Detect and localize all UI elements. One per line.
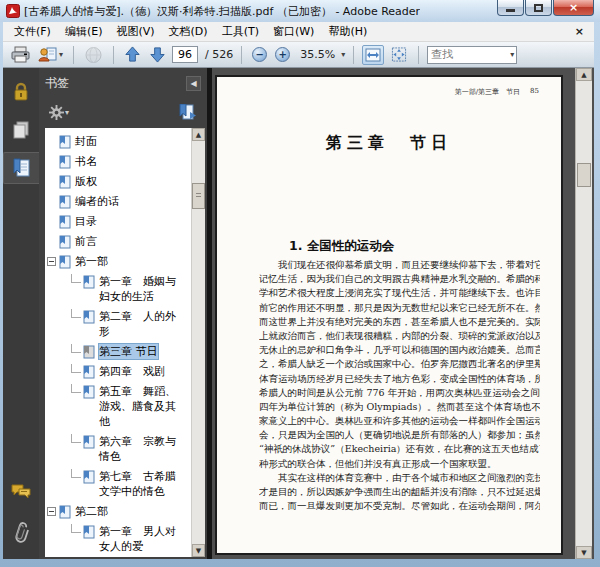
find-dropdown-icon[interactable]: ▾ — [510, 50, 514, 59]
document-scrollbar[interactable]: ▲ ▼ — [575, 68, 592, 559]
find-box: ▾ — [427, 46, 517, 64]
next-page-button[interactable] — [147, 44, 168, 66]
pages-tab[interactable] — [5, 114, 37, 146]
bookmark-label[interactable]: 书名 — [75, 154, 97, 169]
body-text-line: 上就政治而言，他们表现很糟糕，内部的分裂、琐碎的党派政治以及永 — [259, 329, 540, 343]
maximize-button[interactable] — [525, 0, 552, 16]
comments-icon — [11, 483, 31, 500]
collapse-expander-icon[interactable] — [47, 257, 56, 266]
minimize-button[interactable] — [497, 0, 524, 16]
close-icon: × — [569, 1, 578, 14]
bookmark-page-icon — [83, 365, 95, 379]
doc-scroll-up-button[interactable]: ▲ — [576, 68, 592, 81]
collaborate-button[interactable]: ▾ — [36, 44, 65, 66]
bookmark-item[interactable]: 前言 — [45, 234, 191, 249]
print-button[interactable] — [9, 44, 32, 66]
bookmarks-panel-title: 书签 — [45, 75, 186, 92]
bookmark-label[interactable]: 前言 — [75, 234, 97, 249]
attachments-tab[interactable] — [5, 517, 37, 549]
bookmark-label[interactable]: 目录 — [75, 214, 97, 229]
menu-item[interactable]: 文件(F) — [7, 22, 58, 41]
collapse-expander-icon[interactable] — [47, 507, 56, 516]
bookmark-item[interactable]: 第五章 舞蹈、游戏、膳食及其他 — [45, 384, 191, 429]
bookmark-label[interactable]: 第一章 婚姻与妇女的生活 — [99, 274, 181, 304]
fit-width-button[interactable] — [362, 45, 384, 65]
bookmark-label[interactable]: 第五章 舞蹈、游戏、膳食及其他 — [99, 384, 181, 429]
bookmark-item[interactable]: 目录 — [45, 214, 191, 229]
scroll-up-button[interactable]: ▲ — [192, 128, 205, 141]
bookmark-label[interactable]: 封面 — [75, 134, 97, 149]
collaborate-icon — [38, 46, 58, 63]
navigation-strip — [3, 68, 39, 559]
scroll-down-button[interactable]: ▼ — [192, 544, 205, 557]
pages-icon — [12, 120, 30, 140]
menu-item[interactable]: 视图(V) — [109, 22, 161, 41]
bookmark-item[interactable]: 封面 — [45, 134, 191, 149]
find-input[interactable] — [428, 48, 502, 61]
main-area: 书签 ◀ ▾ — [3, 68, 594, 559]
zoom-dropdown-icon[interactable]: ▾ — [341, 50, 345, 59]
tree-connector — [71, 469, 81, 478]
security-tab[interactable] — [5, 76, 37, 108]
zoom-level-label[interactable]: 35.5% — [300, 48, 335, 61]
menu-item[interactable]: 文档(D) — [162, 22, 215, 41]
document-scroll-thumb[interactable] — [577, 163, 591, 187]
bookmarks-options-button[interactable]: ▾ — [47, 101, 71, 123]
fit-width-icon — [365, 48, 381, 62]
bookmark-label[interactable]: 第七章 古希腊文学中的情色 — [99, 469, 181, 499]
fit-page-button[interactable] — [388, 45, 410, 65]
zoom-out-button[interactable]: − — [250, 44, 269, 66]
menubar-close-icon[interactable]: × — [569, 25, 590, 38]
bookmark-label[interactable]: 编者的话 — [75, 194, 119, 209]
panel-collapse-button[interactable]: ◀ — [186, 76, 201, 91]
tree-connector — [71, 384, 81, 393]
bookmark-label[interactable]: 第二部 — [75, 504, 108, 519]
bookmark-item[interactable]: 第一部 — [45, 254, 191, 269]
menu-item[interactable]: 窗口(W) — [266, 22, 321, 41]
menu-item[interactable]: 编辑(E) — [58, 22, 110, 41]
previous-page-button[interactable] — [122, 44, 143, 66]
menu-bar: 文件(F) 编辑(E) 视图(V) 文档(D) 工具(T) 窗口(W) 帮助(H… — [3, 22, 594, 42]
bookmark-label[interactable]: 版权 — [75, 174, 97, 189]
title-bar: [古希腊人的情与爱].（德）汉斯·利希特.扫描版.pdf （已加密） - Ado… — [0, 0, 600, 22]
bookmark-label[interactable]: 第三章 节日 — [99, 344, 158, 359]
bookmark-label[interactable]: 第一部 — [75, 254, 108, 269]
section-heading: 1. 全国性的运动会 — [289, 238, 394, 255]
bookmark-item[interactable]: 第二部 — [45, 504, 191, 519]
bookmark-item[interactable]: 版权 — [45, 174, 191, 189]
bookmark-label[interactable]: 第四章 戏剧 — [99, 364, 165, 379]
bookmark-page-icon — [83, 310, 95, 324]
collaborate-dropdown-icon[interactable]: ▾ — [59, 50, 63, 59]
bookmark-item[interactable]: 第二章 人的外形 — [45, 309, 191, 339]
bookmark-item[interactable]: 第七章 古希腊文学中的情色 — [45, 469, 191, 499]
body-text-line: 家意义上的中心。奥林匹亚和许多其他的运动会一样都叫作全国运动 — [259, 414, 540, 428]
bookmark-label[interactable]: 第一章 男人对女人的爱 — [99, 524, 181, 554]
doc-scroll-down-button[interactable]: ▼ — [576, 546, 592, 559]
bookmark-label[interactable]: 第六章 宗教与情色 — [99, 434, 181, 464]
close-button[interactable]: × — [553, 0, 594, 16]
bookmarks-options-row: ▾ — [39, 98, 207, 126]
expand-current-bookmark-button[interactable] — [177, 101, 199, 123]
bookmark-item[interactable]: 编者的话 — [45, 194, 191, 209]
menu-item[interactable]: 帮助(H) — [321, 22, 374, 41]
comments-tab[interactable] — [5, 475, 37, 507]
menu-item[interactable]: 工具(T) — [215, 22, 266, 41]
bookmark-scrollbar[interactable]: ▲ ▼ — [191, 128, 205, 557]
bookmark-page-icon — [59, 215, 71, 229]
bookmark-item[interactable]: 第四章 戏剧 — [45, 364, 191, 379]
zoom-in-button[interactable]: + — [273, 44, 292, 66]
online-services-button — [82, 44, 105, 66]
bookmark-page-icon — [59, 505, 71, 519]
body-text-line: 种形式的联合体，但他们并没有真正形成一个国家联盟。 — [259, 457, 540, 471]
bookmarks-tab[interactable] — [3, 152, 39, 184]
bookmark-item[interactable]: 第一章 男人对女人的爱 — [45, 524, 191, 554]
bookmark-page-icon — [83, 525, 95, 539]
scroll-up-icon: ▲ — [581, 71, 586, 79]
bookmark-scroll-thumb[interactable] — [192, 183, 205, 209]
bookmark-item[interactable]: 第三章 节日 — [45, 344, 191, 359]
bookmark-item[interactable]: 书名 — [45, 154, 191, 169]
bookmark-label[interactable]: 第二章 人的外形 — [99, 309, 181, 339]
bookmark-item[interactable]: 第六章 宗教与情色 — [45, 434, 191, 464]
bookmark-item[interactable]: 第一章 婚姻与妇女的生活 — [45, 274, 191, 304]
page-number-input[interactable] — [172, 46, 198, 63]
